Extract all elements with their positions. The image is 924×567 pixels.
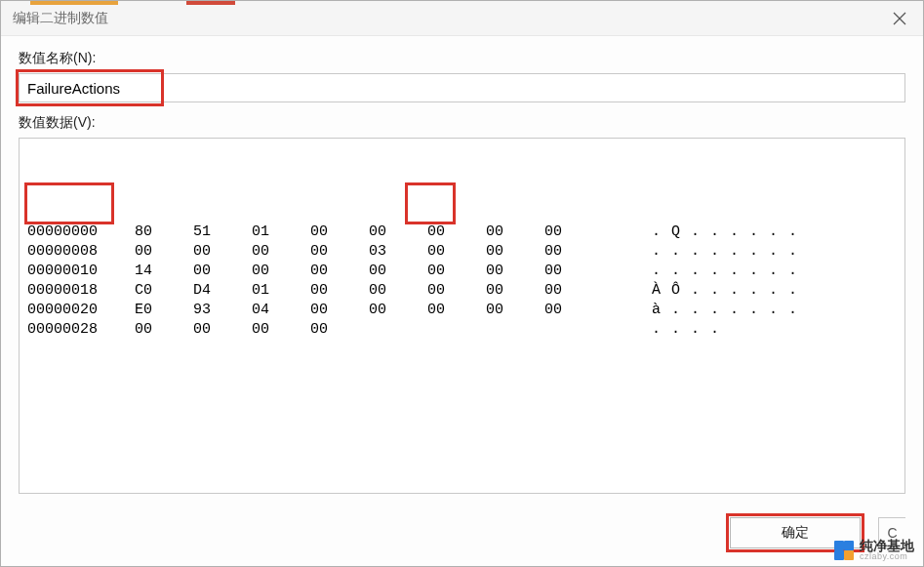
titlebar: 编辑二进制数值 <box>1 1 923 36</box>
hex-ascii: . <box>671 301 691 320</box>
hex-ascii: . <box>710 281 730 301</box>
hex-byte[interactable]: 04 <box>252 301 310 320</box>
hex-ascii: . <box>710 242 730 262</box>
hex-byte[interactable]: 00 <box>486 262 544 281</box>
hex-ascii: Q <box>671 223 691 242</box>
hex-row[interactable]: 00000020E093040000000000à....... <box>27 301 897 320</box>
hex-byte[interactable]: 00 <box>135 320 193 340</box>
background-tabs-strip <box>1 1 923 6</box>
hex-byte[interactable]: 00 <box>544 262 603 281</box>
hex-byte[interactable]: C0 <box>135 281 193 301</box>
hex-ascii: . <box>769 262 788 281</box>
hex-byte[interactable]: 14 <box>135 262 193 281</box>
highlight-byte-box <box>405 182 456 224</box>
watermark-url: czlaby.com <box>860 552 914 561</box>
hex-byte[interactable]: 00 <box>369 301 427 320</box>
hex-byte[interactable]: 00 <box>486 223 544 242</box>
hex-byte[interactable]: 00 <box>310 320 369 340</box>
hex-byte[interactable]: 80 <box>135 223 193 242</box>
hex-byte[interactable]: 00 <box>310 242 369 262</box>
watermark: 纯净基地 czlaby.com <box>834 539 914 561</box>
hex-offset: 00000000 <box>27 223 135 242</box>
hex-ascii: . <box>710 301 730 320</box>
hex-ascii: . <box>730 281 749 301</box>
hex-ascii: à <box>652 301 671 320</box>
hex-ascii: . <box>749 242 769 262</box>
hex-ascii: À <box>652 281 671 301</box>
hex-byte[interactable]: 00 <box>544 223 603 242</box>
hex-ascii: . <box>710 223 730 242</box>
name-input[interactable] <box>19 73 905 102</box>
hex-byte[interactable]: 51 <box>193 223 252 242</box>
hex-byte[interactable]: 00 <box>310 301 369 320</box>
hex-ascii: . <box>730 223 749 242</box>
hex-byte[interactable]: 93 <box>193 301 252 320</box>
hex-byte[interactable]: E0 <box>135 301 193 320</box>
hex-row[interactable]: 00000018C0D4010000000000ÀÔ...... <box>27 281 897 301</box>
hex-byte[interactable]: 00 <box>369 223 427 242</box>
hex-ascii: . <box>769 242 788 262</box>
hex-byte[interactable]: 00 <box>310 223 369 242</box>
hex-ascii: . <box>788 301 808 320</box>
hex-ascii: . <box>710 262 730 281</box>
watermark-text: 纯净基地 czlaby.com <box>860 539 914 561</box>
hex-byte[interactable]: 00 <box>310 262 369 281</box>
hex-byte[interactable]: 00 <box>427 223 486 242</box>
hex-ascii: . <box>730 242 749 262</box>
hex-byte[interactable]: 00 <box>544 242 603 262</box>
hex-byte[interactable]: 00 <box>544 301 603 320</box>
hex-ascii: Ô <box>671 281 691 301</box>
hex-byte[interactable]: 00 <box>486 281 544 301</box>
hex-byte[interactable]: 00 <box>369 262 427 281</box>
hex-ascii: . <box>652 223 671 242</box>
hex-ascii: . <box>652 242 671 262</box>
hex-byte[interactable]: 00 <box>427 242 486 262</box>
hex-byte[interactable]: 00 <box>427 301 486 320</box>
hex-byte[interactable]: 00 <box>486 301 544 320</box>
hex-byte[interactable]: 00 <box>193 242 252 262</box>
hex-offset: 00000028 <box>27 320 135 340</box>
hex-byte[interactable]: 00 <box>427 281 486 301</box>
hex-byte[interactable]: 00 <box>310 281 369 301</box>
hex-byte[interactable]: D4 <box>193 281 252 301</box>
hex-byte[interactable]: 03 <box>369 242 427 262</box>
hex-ascii: . <box>691 262 710 281</box>
hex-byte[interactable]: 00 <box>544 281 603 301</box>
name-label: 数值名称(N): <box>19 50 905 67</box>
hex-byte[interactable]: 01 <box>252 223 310 242</box>
hex-offset: 00000020 <box>27 301 135 320</box>
hex-ascii: . <box>730 301 749 320</box>
hex-byte[interactable]: 00 <box>252 262 310 281</box>
hex-editor[interactable]: 000000008051010000000000.Q......00000008… <box>19 138 905 494</box>
hex-byte[interactable]: 01 <box>252 281 310 301</box>
hex-byte[interactable]: 00 <box>252 242 310 262</box>
hex-ascii: . <box>788 242 808 262</box>
hex-row[interactable]: 000000008051010000000000.Q...... <box>27 223 897 242</box>
hex-ascii: . <box>730 262 749 281</box>
hex-ascii: . <box>749 301 769 320</box>
hex-row[interactable]: 0000002800000000.... <box>27 320 897 340</box>
hex-byte[interactable]: 00 <box>427 262 486 281</box>
hex-row[interactable]: 000000101400000000000000........ <box>27 262 897 281</box>
hex-byte[interactable]: 00 <box>486 242 544 262</box>
hex-ascii: . <box>788 262 808 281</box>
hex-byte[interactable]: 00 <box>252 320 310 340</box>
hex-ascii: . <box>769 301 788 320</box>
hex-byte[interactable]: 00 <box>135 242 193 262</box>
hex-byte[interactable]: 00 <box>193 262 252 281</box>
hex-ascii: . <box>769 281 788 301</box>
hex-ascii: . <box>788 223 808 242</box>
watermark-name: 纯净基地 <box>860 539 914 552</box>
window-title: 编辑二进制数值 <box>13 10 108 27</box>
highlight-offset-box <box>24 182 114 224</box>
hex-byte[interactable]: 00 <box>369 281 427 301</box>
hex-ascii: . <box>671 242 691 262</box>
close-icon[interactable] <box>890 9 909 28</box>
hex-byte[interactable]: 00 <box>193 320 252 340</box>
hex-offset: 00000018 <box>27 281 135 301</box>
hex-offset: 00000008 <box>27 242 135 262</box>
hex-ascii: . <box>691 301 710 320</box>
hex-row[interactable]: 000000080000000003000000........ <box>27 242 897 262</box>
hex-ascii: . <box>749 262 769 281</box>
content-area: 数值名称(N): 数值数据(V): 0000000080510100000000… <box>1 36 923 504</box>
